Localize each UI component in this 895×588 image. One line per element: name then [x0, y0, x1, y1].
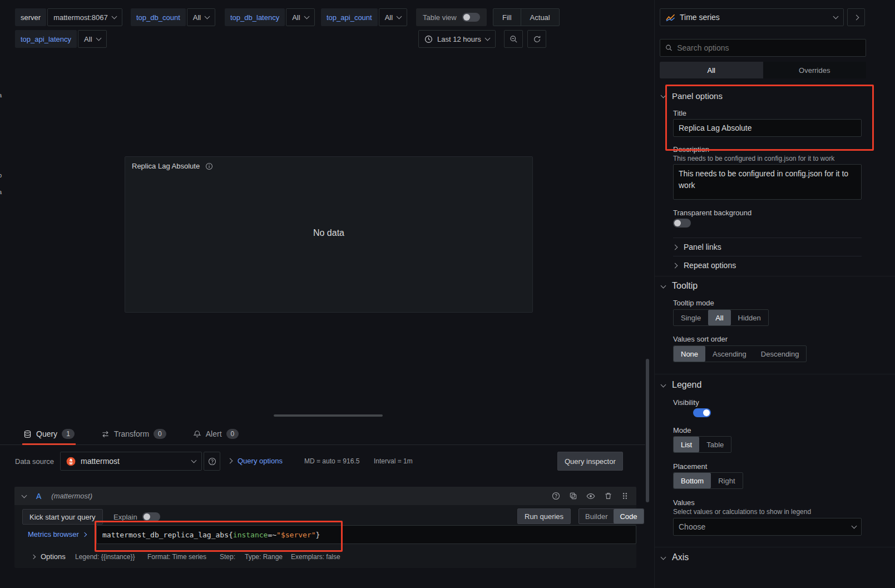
- zoom-out-icon: [510, 35, 518, 43]
- collapse-query-icon[interactable]: [22, 493, 27, 498]
- title-field-label: Title: [673, 109, 686, 117]
- variable-label[interactable]: top_api_count: [321, 8, 378, 26]
- collapse-sidebar-button[interactable]: [847, 8, 865, 26]
- tab-transform[interactable]: Transform 0: [100, 424, 167, 444]
- option-none[interactable]: None: [674, 346, 705, 362]
- tooltip-section-header[interactable]: Tooltip: [661, 281, 698, 291]
- variable-value-dropdown[interactable]: All: [187, 8, 215, 26]
- metrics-browser-link[interactable]: Metrics browser: [28, 530, 86, 538]
- option-bottom[interactable]: Bottom: [674, 473, 711, 488]
- option-table[interactable]: Table: [699, 437, 731, 452]
- section-title: Legend: [672, 380, 701, 390]
- time-range-picker[interactable]: Last 12 hours: [418, 30, 496, 48]
- variable-value-dropdown[interactable]: All: [78, 30, 106, 48]
- panel-description-textarea[interactable]: This needs to be configured in config.js…: [673, 164, 862, 200]
- search-input[interactable]: [677, 40, 861, 56]
- query-ref-id[interactable]: A: [36, 492, 41, 501]
- datasource-picker[interactable]: mattermost: [60, 452, 202, 471]
- variable-label: server: [15, 8, 46, 26]
- option-right[interactable]: Right: [711, 473, 742, 488]
- fill-button[interactable]: Fill: [493, 9, 521, 26]
- eye-icon[interactable]: [586, 492, 595, 501]
- drag-handle-icon[interactable]: [621, 492, 629, 500]
- repeat-options-collapsible[interactable]: Repeat options: [673, 256, 862, 274]
- variable-value-dropdown[interactable]: All: [286, 8, 314, 26]
- variable-label[interactable]: top_db_latency: [225, 8, 285, 26]
- tooltip-mode-label: Tooltip mode: [673, 299, 714, 307]
- toggle-knob: [144, 513, 150, 520]
- explain-control: Explain: [113, 509, 160, 525]
- panel-links-collapsible[interactable]: Panel links: [673, 238, 862, 256]
- refresh-button[interactable]: [527, 30, 546, 48]
- legend-visibility-toggle[interactable]: [693, 408, 711, 417]
- trash-icon[interactable]: [604, 492, 612, 500]
- table-view-toggle[interactable]: [462, 13, 480, 22]
- panel-title-input[interactable]: [673, 119, 862, 137]
- chevron-right-icon: [228, 458, 233, 464]
- help-circle-icon[interactable]: [552, 492, 560, 500]
- chevron-right-icon: [673, 263, 678, 268]
- panel-title: Replica Lag Absolute: [132, 162, 200, 170]
- legend-values-label: Values: [673, 498, 695, 507]
- kick-start-query-button[interactable]: Kick start your query: [22, 509, 103, 525]
- options-search[interactable]: [660, 39, 866, 57]
- table-view-label: Table view: [423, 13, 457, 22]
- panel-header[interactable]: Replica Lag Absolute: [125, 157, 532, 175]
- tab-badge: 1: [62, 429, 75, 439]
- refresh-icon: [533, 35, 541, 43]
- axis-section-header[interactable]: Axis: [661, 552, 689, 562]
- toggle-knob: [703, 409, 710, 416]
- query-row-header[interactable]: A (mattermost): [14, 487, 636, 505]
- select-placeholder: Choose: [679, 522, 705, 531]
- section-title: Tooltip: [672, 281, 698, 291]
- promql-query-text: mattermost_db_replica_lag_abs{instance=~…: [102, 531, 320, 539]
- variable-value-dropdown[interactable]: mattermost:8067: [47, 8, 122, 26]
- transparent-background-label: Transparent background: [673, 209, 751, 217]
- code-button[interactable]: Code: [614, 509, 643, 523]
- legend-section-header[interactable]: Legend: [661, 380, 701, 390]
- query-options-toggle[interactable]: Query options: [228, 457, 283, 465]
- option-hidden[interactable]: Hidden: [731, 310, 768, 325]
- visualization-picker[interactable]: Time series: [660, 8, 844, 26]
- variable-value: All: [193, 13, 201, 22]
- tab-all[interactable]: All: [660, 62, 763, 78]
- legend-values-select[interactable]: Choose: [673, 518, 862, 536]
- option-descending[interactable]: Descending: [754, 346, 807, 362]
- tab-query[interactable]: Query 1: [22, 424, 76, 444]
- option-list[interactable]: List: [674, 437, 699, 452]
- values-sort-order-radio: None Ascending Descending: [673, 345, 807, 362]
- chevron-right-icon: [673, 244, 678, 250]
- datasource-help-button[interactable]: [204, 452, 220, 471]
- legend-visibility-label: Visibility: [673, 398, 699, 407]
- explain-toggle[interactable]: [142, 512, 160, 521]
- promql-operator: =~: [268, 531, 276, 539]
- panel-options-section-header[interactable]: Panel options: [661, 91, 723, 101]
- query-inspector-button[interactable]: Query inspector: [557, 452, 623, 471]
- option-single[interactable]: Single: [674, 310, 708, 325]
- option-ascending[interactable]: Ascending: [705, 346, 754, 362]
- run-queries-button[interactable]: Run queries: [517, 508, 571, 524]
- resize-handle[interactable]: [274, 414, 383, 417]
- tab-overrides[interactable]: Overrides: [763, 62, 867, 78]
- builder-button[interactable]: Builder: [579, 509, 614, 523]
- tab-alert[interactable]: Alert 0: [192, 424, 240, 444]
- option-all[interactable]: All: [708, 310, 730, 325]
- promql-query-input[interactable]: mattermost_db_replica_lag_abs{instance=~…: [96, 525, 636, 544]
- toggle-knob: [674, 220, 681, 226]
- actual-button[interactable]: Actual: [521, 9, 559, 26]
- fill-actual-switch: Fill Actual: [493, 8, 560, 26]
- visualization-panel: Replica Lag Absolute No data: [125, 156, 533, 313]
- query-options-row[interactable]: Options: [32, 552, 66, 561]
- transparent-background-toggle[interactable]: [673, 219, 691, 228]
- left-edge-artifact: l a: [0, 81, 2, 100]
- zoom-out-time-button[interactable]: [504, 30, 523, 48]
- options-meta-exemplars: Exemplars: false: [291, 553, 340, 561]
- variable-value-dropdown[interactable]: All: [379, 8, 407, 26]
- info-icon[interactable]: [205, 162, 213, 170]
- variable-label[interactable]: top_api_latency: [15, 30, 77, 48]
- duplicate-icon[interactable]: [569, 492, 577, 500]
- transform-icon: [101, 430, 110, 438]
- main-scrollbar[interactable]: [646, 359, 649, 502]
- variable-label[interactable]: top_db_count: [131, 8, 186, 26]
- section-divider: [655, 374, 895, 374]
